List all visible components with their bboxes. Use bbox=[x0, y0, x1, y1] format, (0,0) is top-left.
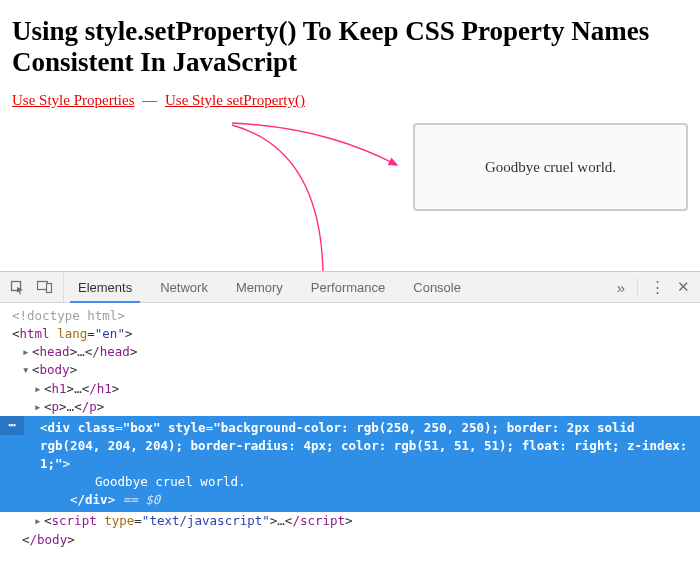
elements-tree[interactable]: <!doctype html> <html lang="en"> ▸<head>… bbox=[0, 303, 700, 555]
page-title: Using style.setProperty() To Keep CSS Pr… bbox=[12, 16, 688, 78]
demo-area: Goodbye cruel world. bbox=[12, 123, 688, 243]
link-row: Use Style Properties — Use Style setProp… bbox=[12, 92, 688, 109]
use-style-setproperty-link[interactable]: Use Style setProperty() bbox=[165, 92, 305, 108]
tab-network[interactable]: Network bbox=[146, 272, 222, 302]
devtools-menu-button[interactable]: ⋮ bbox=[650, 278, 665, 296]
tab-console[interactable]: Console bbox=[399, 272, 475, 302]
link-separator: — bbox=[142, 92, 157, 108]
dom-doctype: <!doctype html> bbox=[12, 308, 125, 323]
svg-rect-2 bbox=[47, 284, 52, 293]
dom-selected-node[interactable]: ⋯ <div class="box" style="background-col… bbox=[0, 416, 700, 513]
tab-memory[interactable]: Memory bbox=[222, 272, 297, 302]
dom-selected-text: Goodbye cruel world. bbox=[0, 473, 700, 491]
device-toggle-icon[interactable] bbox=[37, 280, 53, 294]
gutter-ellipsis: ⋯ bbox=[0, 416, 24, 435]
dom-script[interactable]: ▸<script type="text/javascript">…</scrip… bbox=[0, 512, 700, 530]
tab-elements[interactable]: Elements bbox=[64, 272, 146, 302]
devtools-close-button[interactable]: ✕ bbox=[677, 278, 690, 296]
use-style-properties-link[interactable]: Use Style Properties bbox=[12, 92, 134, 108]
dom-html-open[interactable]: <html lang="en"> bbox=[0, 325, 700, 343]
dom-body-open[interactable]: ▾<body> bbox=[0, 361, 700, 379]
demo-box-text: Goodbye cruel world. bbox=[485, 159, 616, 176]
dom-eq0: == $0 bbox=[115, 492, 160, 507]
tabs-overflow-button[interactable]: » bbox=[617, 279, 625, 296]
dom-body-close[interactable]: </body> bbox=[0, 531, 700, 549]
dom-p[interactable]: ▸<p>…</p> bbox=[0, 398, 700, 416]
devtools-panel: Elements Network Memory Performance Cons… bbox=[0, 271, 700, 565]
tab-performance[interactable]: Performance bbox=[297, 272, 399, 302]
dom-h1[interactable]: ▸<h1>…</h1> bbox=[0, 380, 700, 398]
inspect-icon[interactable] bbox=[10, 280, 25, 295]
dom-head[interactable]: ▸<head>…</head> bbox=[0, 343, 700, 361]
devtools-tabbar: Elements Network Memory Performance Cons… bbox=[0, 272, 700, 303]
demo-box: Goodbye cruel world. bbox=[413, 123, 688, 211]
